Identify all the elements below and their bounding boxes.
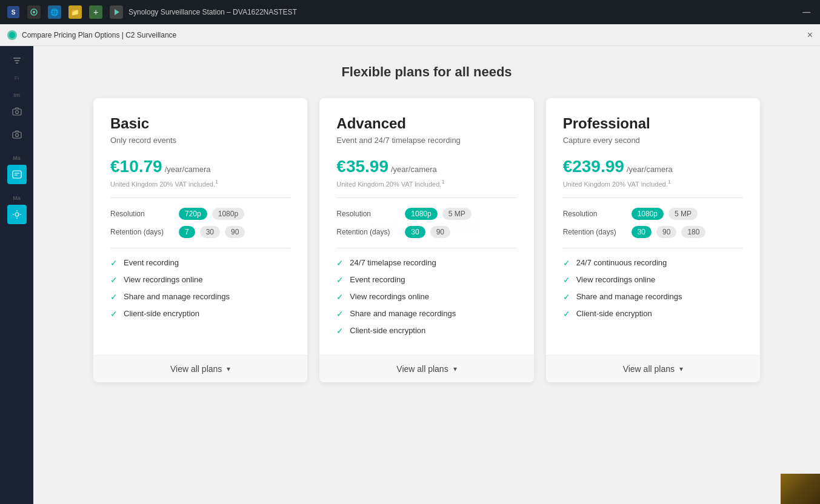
feature-basic-1: ✓ View recordings online [110,275,290,285]
plan-name-advanced: Advanced [336,115,516,132]
view-plans-advanced-label: View all plans [396,364,448,374]
badge-1080p-advanced[interactable]: 1080p [405,208,437,220]
svg-point-17 [15,134,18,137]
sidebar-ma-label1: Ma [13,155,21,161]
feature-text-basic-0: Event recording [124,258,179,267]
svg-text:S: S [12,9,16,16]
check-icon-advanced-2: ✓ [336,292,344,302]
badge-90days-professional[interactable]: 90 [656,226,676,238]
retention-label-basic: Retention (days) [110,228,174,236]
price-basic: €10.79 [110,157,162,176]
svg-rect-16 [13,132,21,138]
sidebar-filter-icon[interactable] [7,51,27,70]
view-plans-advanced[interactable]: View all plans ▾ [319,355,533,382]
view-plans-basic[interactable]: View all plans ▾ [93,355,307,382]
window-title: Synology Surveillance Station – DVA1622N… [128,8,297,16]
badge-30days-professional[interactable]: 30 [632,226,652,238]
svg-text:+: + [93,7,98,17]
inner-title: Compare Pricing Plan Options | C2 Survei… [22,31,802,39]
svg-text:🌐: 🌐 [50,8,59,16]
minimize-button[interactable]: ─ [798,7,815,18]
badge-90days-basic[interactable]: 90 [225,226,245,238]
inner-titlebar: Compare Pricing Plan Options | C2 Survei… [0,24,820,46]
feature-text-advanced-0: 24/7 timelapse recording [350,258,436,267]
chevron-down-icon-basic: ▾ [227,365,230,373]
feature-text-professional-3: Client-side encryption [576,309,652,318]
plus-icon[interactable]: + [87,4,104,21]
price-professional: €239.99 [563,157,624,176]
feature-text-advanced-2: View recordings online [350,292,429,301]
svg-rect-18 [13,171,21,178]
resolution-label-professional: Resolution [563,210,627,218]
badge-5mp-advanced[interactable]: 5 MP [442,208,472,220]
feature-professional-0: ✓ 24/7 continuous recording [563,258,743,268]
resolution-row-professional: Resolution 1080p 5 MP [563,208,743,220]
plan-card-advanced: Advanced Event and 24/7 timelapse record… [319,98,533,382]
badge-1080p-professional[interactable]: 1080p [632,208,664,220]
svg-point-4 [33,11,35,13]
feature-text-advanced-4: Client-side encryption [350,326,425,335]
badge-180days-professional[interactable]: 180 [681,226,705,238]
price-period-advanced: /year/camera [391,165,437,174]
check-icon-professional-3: ✓ [563,309,570,319]
svg-point-13 [9,32,15,38]
feature-basic-3: ✓ Client-side encryption [110,309,290,319]
plan-card-professional: Professional Capture every second €239.9… [546,98,760,382]
plan-subtitle-professional: Capture every second [563,136,743,145]
svg-point-19 [15,213,19,216]
close-button[interactable]: × [807,30,813,40]
network-icon[interactable]: 🌐 [46,4,63,21]
badge-720p[interactable]: 720p [179,208,207,220]
check-icon-advanced-0: ✓ [336,258,344,268]
feature-professional-1: ✓ View recordings online [563,275,743,285]
badge-7days[interactable]: 7 [179,226,195,238]
price-advanced: €35.99 [336,157,388,176]
check-icon-basic-1: ✓ [110,275,118,285]
folder-icon[interactable]: 📁 [67,4,84,21]
badge-1080p-basic[interactable]: 1080p [212,208,244,220]
feature-text-basic-1: View recordings online [124,275,203,284]
camera-icon[interactable] [25,4,42,21]
svg-rect-14 [13,109,21,115]
retention-label-advanced: Retention (days) [336,228,400,236]
page-header: Flexible plans for all needs [45,64,808,80]
page-title: Flexible plans for all needs [45,64,808,80]
feature-text-advanced-1: Event recording [350,275,405,284]
feature-text-professional-1: View recordings online [576,275,656,284]
view-plans-professional[interactable]: View all plans ▾ [546,355,760,382]
feature-advanced-3: ✓ Share and manage recordings [336,309,516,319]
sidebar-settings-icon[interactable] [7,205,27,224]
badge-90days-advanced[interactable]: 90 [430,226,450,238]
resolution-row-advanced: Resolution 1080p 5 MP [336,208,516,220]
badge-30days-advanced[interactable]: 30 [405,226,425,238]
price-vat-professional: United Kingdom 20% VAT included.1 [563,179,743,188]
chevron-down-icon-professional: ▾ [679,365,683,373]
feature-text-basic-2: Share and manage recordings [124,292,230,301]
feature-advanced-1: ✓ Event recording [336,275,516,285]
sidebar-active-item[interactable] [7,165,27,184]
price-vat-basic: United Kingdom 20% VAT included.1 [110,179,290,188]
retention-row-basic: Retention (days) 7 30 90 [110,226,290,238]
badge-30days-basic[interactable]: 30 [200,226,220,238]
feature-advanced-0: ✓ 24/7 timelapse recording [336,258,516,268]
plan-name-basic: Basic [110,115,290,132]
price-period-professional: /year/camera [627,165,673,174]
feature-text-basic-3: Client-side encryption [124,309,199,318]
play-icon[interactable] [108,4,125,21]
check-icon-advanced-4: ✓ [336,326,344,336]
feature-professional-2: ✓ Share and manage recordings [563,292,743,302]
synology-icon[interactable]: S [5,4,22,21]
plan-subtitle-basic: Only record events [110,136,290,145]
check-icon-professional-1: ✓ [563,275,570,285]
badge-5mp-professional[interactable]: 5 MP [668,208,698,220]
sidebar-camera-item1[interactable] [7,102,27,121]
sidebar-camera-item2[interactable] [7,125,27,144]
feature-professional-3: ✓ Client-side encryption [563,309,743,319]
features-advanced: ✓ 24/7 timelapse recording ✓ Event recor… [336,258,516,336]
svg-point-15 [15,111,18,114]
feature-advanced-2: ✓ View recordings online [336,292,516,302]
check-icon-basic-2: ✓ [110,292,118,302]
sidebar-im-label: Im [13,92,20,98]
view-plans-basic-label: View all plans [170,364,222,374]
app-sidebar: Fi Im Ma Ma [0,46,33,504]
